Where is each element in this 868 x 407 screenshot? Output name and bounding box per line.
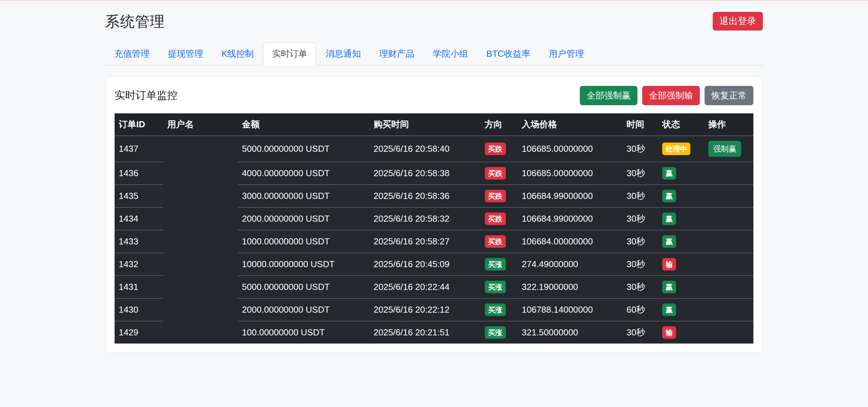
status-cell: 输 xyxy=(658,321,704,344)
duration-cell: 30秒 xyxy=(623,136,658,162)
tab-notifications[interactable]: 消息通知 xyxy=(316,42,370,66)
header-username: 用户名 xyxy=(163,113,238,136)
entry-price-cell: 106788.14000000 xyxy=(518,298,623,321)
direction-cell: 买跌 xyxy=(481,136,518,162)
username-cell xyxy=(163,162,238,185)
duration-cell: 30秒 xyxy=(623,207,658,230)
header-amount: 金额 xyxy=(238,113,370,136)
amount-cell: 5000.00000000 USDT xyxy=(238,136,370,162)
status-cell: 赢 xyxy=(658,298,704,321)
direction-cell: 买涨 xyxy=(481,298,518,321)
purchase-time-cell: 2025/6/16 20:45:09 xyxy=(370,253,481,276)
purchase-time-cell: 2025/6/16 20:21:51 xyxy=(370,321,481,344)
direction-badge: 买跌 xyxy=(485,212,506,225)
tab-academy-groups[interactable]: 学院小组 xyxy=(423,42,477,66)
status-cell: 赢 xyxy=(658,185,704,207)
order-id-cell: 1431 xyxy=(115,276,163,298)
tab-kline-control[interactable]: K线控制 xyxy=(212,42,263,66)
table-row: 14315000.00000000 USDT2025/6/16 20:22:44… xyxy=(115,276,753,298)
header-duration: 时间 xyxy=(623,113,658,136)
header-order-id: 订单ID xyxy=(115,113,163,136)
tab-btc-yield[interactable]: BTC收益率 xyxy=(477,42,539,66)
status-cell: 处理中 xyxy=(658,136,704,162)
direction-badge: 买跌 xyxy=(485,190,506,202)
status-badge: 赢 xyxy=(662,281,676,293)
action-cell xyxy=(704,162,753,185)
duration-cell: 30秒 xyxy=(623,276,658,298)
action-cell xyxy=(704,230,753,253)
direction-badge: 买跌 xyxy=(485,143,506,155)
main-container: 系统管理 退出登录 充值管理提现管理K线控制实时订单消息通知理财产品学院小组BT… xyxy=(105,1,763,353)
amount-cell: 4000.00000000 USDT xyxy=(238,162,370,185)
orders-table-body: 14375000.00000000 USDT2025/6/16 20:58:40… xyxy=(115,136,753,344)
force-lose-all-button[interactable]: 全部强制输 xyxy=(642,86,700,105)
tab-wealth-products[interactable]: 理财产品 xyxy=(370,42,423,66)
direction-badge: 买涨 xyxy=(485,281,506,293)
duration-cell: 30秒 xyxy=(623,230,658,253)
direction-cell: 买涨 xyxy=(481,276,518,298)
direction-cell: 买涨 xyxy=(481,253,518,276)
direction-badge: 买涨 xyxy=(485,326,506,339)
duration-cell: 30秒 xyxy=(623,162,658,185)
status-cell: 赢 xyxy=(658,207,704,230)
purchase-time-cell: 2025/6/16 20:58:36 xyxy=(370,185,481,207)
order-id-cell: 1433 xyxy=(115,230,163,253)
status-cell: 赢 xyxy=(658,230,704,253)
force-win-button[interactable]: 强制赢 xyxy=(708,141,741,157)
orders-table-head: 订单ID 用户名 金额 购买时间 方向 入场价格 时间 状态 操作 xyxy=(115,113,753,136)
direction-badge: 买跌 xyxy=(485,235,506,248)
action-cell xyxy=(704,185,753,207)
amount-cell: 1000.00000000 USDT xyxy=(238,230,370,253)
force-win-all-button[interactable]: 全部强制赢 xyxy=(580,86,637,105)
tab-users[interactable]: 用户管理 xyxy=(539,42,593,66)
direction-badge: 买涨 xyxy=(485,258,506,271)
logout-button[interactable]: 退出登录 xyxy=(713,12,763,31)
panel-title: 实时订单监控 xyxy=(115,88,178,103)
order-id-cell: 1432 xyxy=(115,253,163,276)
direction-cell: 买涨 xyxy=(481,321,518,344)
username-cell xyxy=(163,185,238,207)
table-row: 14302000.00000000 USDT2025/6/16 20:22:12… xyxy=(115,298,753,321)
panel-header: 实时订单监控 全部强制赢 全部强制输 恢复正常 xyxy=(115,86,753,105)
entry-price-cell: 106685.00000000 xyxy=(518,136,623,162)
entry-price-cell: 106684.00000000 xyxy=(518,230,623,253)
orders-table: 订单ID 用户名 金额 购买时间 方向 入场价格 时间 状态 操作 143750… xyxy=(115,113,753,344)
tab-withdraw[interactable]: 提现管理 xyxy=(159,42,212,66)
table-row: 14342000.00000000 USDT2025/6/16 20:58:32… xyxy=(115,207,753,230)
duration-cell: 30秒 xyxy=(623,253,658,276)
amount-cell: 100.00000000 USDT xyxy=(238,321,370,344)
panel-actions: 全部强制赢 全部强制输 恢复正常 xyxy=(580,86,753,105)
page-header: 系统管理 退出登录 xyxy=(105,12,763,32)
order-id-cell: 1435 xyxy=(115,185,163,207)
action-cell xyxy=(704,276,753,298)
purchase-time-cell: 2025/6/16 20:22:44 xyxy=(370,276,481,298)
purchase-time-cell: 2025/6/16 20:58:27 xyxy=(370,230,481,253)
entry-price-cell: 106684.99000000 xyxy=(518,185,623,207)
action-cell xyxy=(704,298,753,321)
status-badge: 赢 xyxy=(662,212,676,225)
table-row: 14364000.00000000 USDT2025/6/16 20:58:38… xyxy=(115,162,753,185)
restore-normal-button[interactable]: 恢复正常 xyxy=(705,86,753,105)
action-cell xyxy=(704,253,753,276)
order-id-cell: 1434 xyxy=(115,207,163,230)
amount-cell: 2000.00000000 USDT xyxy=(238,298,370,321)
amount-cell: 5000.00000000 USDT xyxy=(238,276,370,298)
entry-price-cell: 106685.00000000 xyxy=(518,162,623,185)
purchase-time-cell: 2025/6/16 20:58:38 xyxy=(370,162,481,185)
orders-panel: 实时订单监控 全部强制赢 全部强制输 恢复正常 订单ID 用户名 金额 购买时间… xyxy=(105,76,763,353)
status-badge: 赢 xyxy=(662,167,676,180)
header-row: 订单ID 用户名 金额 购买时间 方向 入场价格 时间 状态 操作 xyxy=(115,113,753,136)
direction-cell: 买跌 xyxy=(481,207,518,230)
table-row: 14375000.00000000 USDT2025/6/16 20:58:40… xyxy=(115,136,753,162)
username-cell xyxy=(163,207,238,230)
status-badge: 输 xyxy=(662,258,676,271)
tab-recharge[interactable]: 充值管理 xyxy=(105,42,159,66)
status-badge: 赢 xyxy=(662,190,676,202)
amount-cell: 10000.00000000 USDT xyxy=(238,253,370,276)
status-cell: 赢 xyxy=(658,276,704,298)
order-id-cell: 1436 xyxy=(115,162,163,185)
direction-badge: 买跌 xyxy=(485,167,506,180)
tab-realtime-orders[interactable]: 实时订单 xyxy=(263,42,316,66)
status-badge: 输 xyxy=(662,326,676,339)
header-action: 操作 xyxy=(704,113,753,136)
